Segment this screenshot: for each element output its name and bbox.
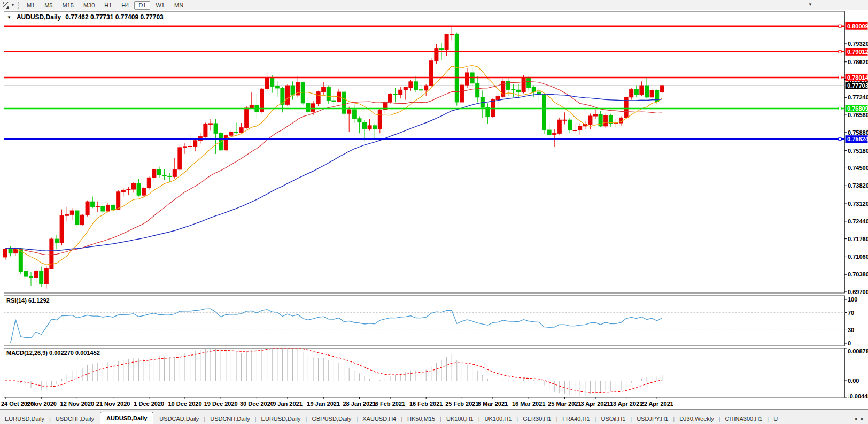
date-tick-label: 3 Apr 2021 bbox=[580, 400, 610, 407]
price-tick-label: 0.74500 bbox=[848, 165, 868, 171]
chart-symbol-label: AUDUSD,Daily bbox=[17, 13, 61, 21]
line-anchor[interactable] bbox=[839, 25, 841, 27]
date-tick-label: 1 Dec 2020 bbox=[134, 400, 164, 407]
line-anchor[interactable] bbox=[839, 76, 841, 79]
date-tick-label: 19 Dec 2020 bbox=[204, 400, 238, 407]
date-tick-label: 28 Jan 2021 bbox=[343, 400, 376, 407]
chart-tab-xauusd-h4[interactable]: XAUUSD,H4 bbox=[358, 413, 401, 424]
timeframe-button-w1[interactable]: W1 bbox=[151, 1, 169, 10]
toolbar-overflow-icon[interactable]: ▼ bbox=[808, 2, 812, 7]
price-tick-label: 0.71060 bbox=[848, 253, 868, 260]
date-tick-label: 10 Dec 2020 bbox=[168, 400, 202, 407]
rsi-label: RSI(14) 61.1292 bbox=[6, 297, 50, 304]
price-tick-label: 0.69700 bbox=[848, 289, 868, 295]
chart-tab-china300-h1[interactable]: CHINA300,H1 bbox=[720, 413, 768, 424]
price-tick-label: 0.73120 bbox=[848, 201, 868, 207]
chart-ohlc-values: 0.77462 0.77731 0.77409 0.77703 bbox=[65, 13, 164, 21]
date-tick-label: 21 Nov 2020 bbox=[96, 400, 130, 407]
date-tick-label: 22 Apr 2021 bbox=[641, 400, 673, 407]
date-tick-label: 16 Feb 2021 bbox=[409, 400, 443, 407]
chart-tab-bar: EURUSD,Daily|USDCHF,DailyAUDUSD,DailyUSD… bbox=[0, 409, 868, 424]
svg-text:0.75624: 0.75624 bbox=[847, 136, 868, 142]
date-tick-label: 9 Jan 2021 bbox=[273, 400, 303, 407]
rsi-scale-label: 70 bbox=[848, 310, 854, 316]
svg-text:0.80009: 0.80009 bbox=[847, 23, 868, 29]
main-panel[interactable] bbox=[4, 11, 845, 293]
chart-tab-u[interactable]: U bbox=[769, 413, 782, 424]
rsi-scale-label: 30 bbox=[848, 327, 854, 333]
price-tick-label: 0.77240 bbox=[848, 94, 868, 101]
collapse-triangle-icon[interactable]: ▼ bbox=[7, 15, 11, 20]
timeframe-button-m1[interactable]: M1 bbox=[22, 1, 39, 10]
chart-tab-gbpusd-daily[interactable]: GBPUSD,Daily bbox=[307, 413, 356, 424]
chart-tab-uk100-h1[interactable]: UK100,H1 bbox=[480, 413, 517, 424]
chart-draw-cursor-icon[interactable] bbox=[2, 2, 10, 9]
rsi-scale-label: 0 bbox=[848, 340, 851, 346]
macd-scale-label: 0.00 bbox=[848, 377, 859, 384]
date-tick-label: 25 Mar 2021 bbox=[548, 400, 581, 407]
chart-tab-uk100-h1[interactable]: UK100,H1 bbox=[441, 413, 478, 424]
macd-scale-label: 0.008782 bbox=[848, 348, 868, 354]
price-tick-label: 0.73820 bbox=[848, 182, 868, 189]
chevron-down-icon[interactable]: ▼ bbox=[11, 3, 15, 7]
date-tick-label: 30 Dec 2020 bbox=[240, 400, 274, 407]
chart-tab-hk50-m15[interactable]: HK50,M15 bbox=[402, 413, 440, 424]
timeframe-button-m5[interactable]: M5 bbox=[40, 1, 57, 10]
date-tick-label: 6 Feb 2021 bbox=[375, 400, 405, 407]
timeframe-button-m30[interactable]: M30 bbox=[79, 1, 99, 10]
timeframe-button-h4[interactable]: H4 bbox=[117, 1, 133, 10]
line-anchor[interactable] bbox=[839, 107, 841, 110]
timeframe-button-mn[interactable]: MN bbox=[170, 1, 188, 10]
rsi-panel[interactable] bbox=[4, 296, 845, 346]
tab-list: EURUSD,Daily|USDCHF,DailyAUDUSD,DailyUSD… bbox=[0, 412, 782, 424]
price-tick-label: 0.75880 bbox=[848, 129, 868, 136]
price-tick-label: 0.75180 bbox=[848, 148, 868, 154]
chart-tab-usdcnh-daily[interactable]: USDCNH,Daily bbox=[205, 413, 255, 424]
chart-tab-usdcad-daily[interactable]: USDCAD,Daily bbox=[154, 413, 204, 424]
tab-scroll-controls: ◄ ► bbox=[852, 414, 868, 424]
price-tick-label: 0.71760 bbox=[848, 236, 868, 242]
timeframe-button-h1[interactable]: H1 bbox=[100, 1, 116, 10]
svg-text:0.76809: 0.76809 bbox=[847, 105, 868, 112]
tab-scroll-right-icon[interactable]: ► bbox=[860, 416, 865, 421]
toolbar-grip[interactable] bbox=[18, 2, 19, 9]
chart-canvas[interactable]: 0.793200.786200.779400.772400.765600.758… bbox=[0, 10, 868, 409]
date-tick-label: 19 Jan 2021 bbox=[307, 400, 340, 407]
svg-text:0.79012: 0.79012 bbox=[847, 49, 868, 55]
chart-tab-audusd-daily[interactable]: AUDUSD,Daily bbox=[100, 412, 153, 424]
date-tick-label: 6 Mar 2021 bbox=[478, 400, 508, 407]
timeframe-button-d1[interactable]: D1 bbox=[134, 1, 150, 10]
chart-tab-usoil-h1[interactable]: USOil,H1 bbox=[596, 413, 630, 424]
macd-scale-label: -0.004451 bbox=[848, 393, 868, 399]
line-anchor[interactable] bbox=[839, 50, 841, 53]
macd-label: MACD(12,26,9) 0.002270 0.001452 bbox=[6, 350, 100, 356]
chart-tab-eurusd-daily[interactable]: EURUSD,Daily bbox=[0, 413, 49, 424]
date-axis[interactable]: 24 Oct 20203 Nov 202012 Nov 202021 Nov 2… bbox=[1, 397, 673, 407]
price-tick-label: 0.72440 bbox=[848, 218, 868, 225]
date-tick-label: 12 Nov 2020 bbox=[60, 400, 95, 407]
date-tick-label: 3 Nov 2020 bbox=[26, 400, 56, 407]
svg-text:0.78014: 0.78014 bbox=[847, 74, 868, 81]
date-tick-label: 16 Mar 2021 bbox=[512, 400, 545, 407]
svg-text:0.77703: 0.77703 bbox=[847, 82, 868, 89]
chart-tab-dj30-weekly[interactable]: DJ30,Weekly bbox=[675, 413, 719, 424]
price-tick-label: 0.79320 bbox=[848, 41, 868, 47]
chart-tab-usdchf-daily[interactable]: USDCHF,Daily bbox=[51, 413, 99, 424]
date-tick-label: 25 Feb 2021 bbox=[445, 400, 478, 407]
date-tick-label: 13 Apr 2021 bbox=[610, 400, 642, 407]
chart-tab-usdjpy-h1[interactable]: USDJPY,H1 bbox=[632, 413, 673, 424]
rsi-scale-label: 100 bbox=[848, 296, 857, 303]
timeframe-button-group: M1M5M15M30H1H4D1W1MN bbox=[22, 2, 188, 9]
macd-panel[interactable] bbox=[4, 348, 845, 397]
top-toolbar: ▼ M1M5M15M30H1H4D1W1MN ▼ bbox=[0, 0, 868, 11]
chart-tab-fra40-h1[interactable]: FRA40,H1 bbox=[557, 413, 594, 424]
chart-tab-eurusd-daily[interactable]: EURUSD,Daily bbox=[257, 413, 306, 424]
chart-window[interactable]: 0.793200.786200.779400.772400.765600.758… bbox=[0, 10, 868, 409]
chart-tab-ger30-h1[interactable]: GER30,H1 bbox=[518, 413, 556, 424]
price-tick-label: 0.78620 bbox=[848, 59, 868, 65]
timeframe-button-m15[interactable]: M15 bbox=[58, 1, 78, 10]
tab-scroll-left-icon[interactable]: ◄ bbox=[853, 416, 858, 421]
price-tick-label: 0.70380 bbox=[848, 271, 868, 277]
chart-title-bar: ▼ AUDUSD,Daily 0.77462 0.77731 0.77409 0… bbox=[7, 13, 164, 21]
line-anchor[interactable] bbox=[839, 138, 841, 141]
